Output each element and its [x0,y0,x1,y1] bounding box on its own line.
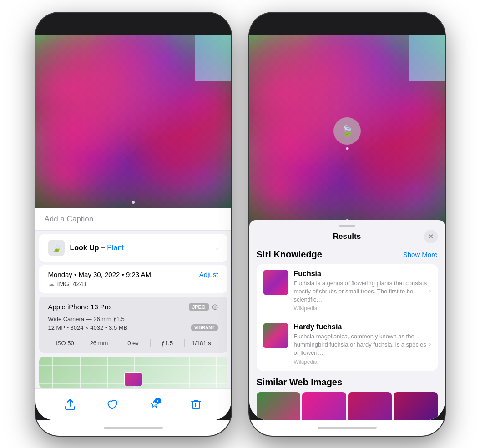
similar-image-1[interactable] [257,392,301,420]
map-area[interactable] [39,357,227,388]
results-title: Results [333,232,361,241]
visual-search-dot [346,147,348,150]
hardy-desc: Fuchsia magellanica, commonly known as t… [294,332,431,357]
sky-area [195,35,231,81]
left-screen: Add a Caption 🍃 Look Up – Plant › Monday… [35,35,231,420]
hardy-text: Hardy fuchsia Fuchsia magellanica, commo… [294,323,431,365]
location-icon: ⊕ [212,302,218,312]
results-content: Siri Knowledge Show More Fuchsia Fuchsia… [249,247,445,420]
similar-images [257,392,438,420]
caption-area[interactable]: Add a Caption [35,208,231,231]
cloud-icon: ☁ [48,280,55,287]
exif-row: ISO 50 26 mm 0 ev ƒ1.5 1/181 s [48,335,218,347]
fuchsia-chevron: › [429,287,431,294]
lookup-chevron: › [216,244,218,252]
results-header: Results ✕ [249,227,445,247]
similar-image-3[interactable] [348,392,392,420]
fuchsia-name: Fuchsia [294,270,431,278]
knowledge-item-hardy[interactable]: Hardy fuchsia Fuchsia magellanica, commo… [257,317,438,371]
fuchsia-desc: Fuchsia is a genus of flowering plants t… [294,279,431,304]
right-phone: 🍃 Results ✕ Siri Knowledge Show More [249,13,445,436]
info-button[interactable]: i [144,394,164,414]
date-section: Monday • May 30, 2022 • 9:23 AM Adjust ☁… [39,265,227,293]
right-home-bar [318,427,377,429]
hardy-source: Wikipedia [294,359,431,365]
exif-mm: 26 mm [82,339,116,347]
home-bar [104,427,163,429]
right-photo-area[interactable]: 🍃 [249,35,445,227]
exif-shutter: 1/181 s [185,339,218,347]
visual-search-button[interactable]: 🍃 [333,117,361,145]
heart-icon [106,399,117,409]
knowledge-card: Fuchsia Fuchsia is a genus of flowering … [257,264,438,371]
camera-name: Apple iPhone 13 Pro [48,303,111,311]
like-button[interactable] [102,394,122,414]
fuchsia-source: Wikipedia [294,305,431,312]
lookup-row[interactable]: 🍃 Look Up – Plant › [39,234,227,262]
lookup-text: Look Up – Plant [70,244,124,252]
home-indicator [35,420,231,436]
similar-image-2[interactable] [302,392,346,420]
lookup-label-bold: Look Up – [70,244,105,252]
caption-placeholder: Add a Caption [45,215,94,223]
right-notch [320,19,374,33]
exif-ev: 0 ev [116,339,151,347]
right-screen: 🍃 Results ✕ Siri Knowledge Show More [249,35,445,420]
left-phone: Add a Caption 🍃 Look Up – Plant › Monday… [35,13,231,436]
results-panel: Results ✕ Siri Knowledge Show More Fuchs… [249,220,445,420]
info-icon-container: i [149,399,159,409]
toolbar: i [35,388,231,420]
map-thumbnail [124,372,142,386]
right-notch-bar [249,13,445,35]
hardy-name: Hardy fuchsia [294,323,431,331]
hardy-chevron: › [429,340,431,347]
knowledge-item-fuchsia[interactable]: Fuchsia Fuchsia is a genus of flowering … [257,264,438,318]
siri-knowledge-header: Siri Knowledge Show More [257,249,438,260]
right-sky-area [409,35,445,81]
badges: JPEG ⊕ [189,302,218,312]
fuchsia-text: Fuchsia Fuchsia is a genus of flowering … [294,270,431,312]
siri-knowledge-title: Siri Knowledge [257,249,322,260]
similar-title: Similar Web Images [257,377,343,388]
date-text: Monday • May 30, 2022 • 9:23 AM [48,271,151,278]
similar-header: Similar Web Images [257,377,438,388]
photo-area[interactable] [35,35,231,208]
right-home-indicator [249,420,445,436]
share-button[interactable] [60,394,80,414]
adjust-button[interactable]: Adjust [199,271,218,278]
flower-image [35,35,231,208]
vibrant-badge: VIBRANT [191,324,218,331]
close-button[interactable]: ✕ [424,230,438,243]
camera-section: Apple iPhone 13 Pro JPEG ⊕ Wide Camera —… [39,297,227,353]
camera-details: Wide Camera — 26 mm ƒ1.5 [48,316,218,322]
mp-text: 12 MP • 3024 × 4032 • 3.5 MB [48,324,128,331]
delete-button[interactable] [186,394,206,414]
img-name: IMG_4241 [57,280,87,287]
exif-iso: ISO 50 [48,339,82,347]
notch-bar [35,13,231,35]
notch [106,19,161,33]
lookup-icon: 🍃 [48,240,65,256]
trash-icon [191,399,201,410]
share-icon [65,399,75,410]
photo-info-panel: Add a Caption 🍃 Look Up – Plant › Monday… [35,208,231,388]
format-badge: JPEG [189,303,208,311]
fuchsia-thumbnail [263,270,288,295]
page-dot [132,201,135,204]
info-badge: i [155,398,161,404]
show-more-button[interactable]: Show More [403,251,438,258]
hardy-thumbnail [263,323,288,348]
exif-aperture: ƒ1.5 [151,339,185,347]
similar-image-4[interactable] [394,392,438,420]
lookup-label-type: Plant [107,244,123,252]
